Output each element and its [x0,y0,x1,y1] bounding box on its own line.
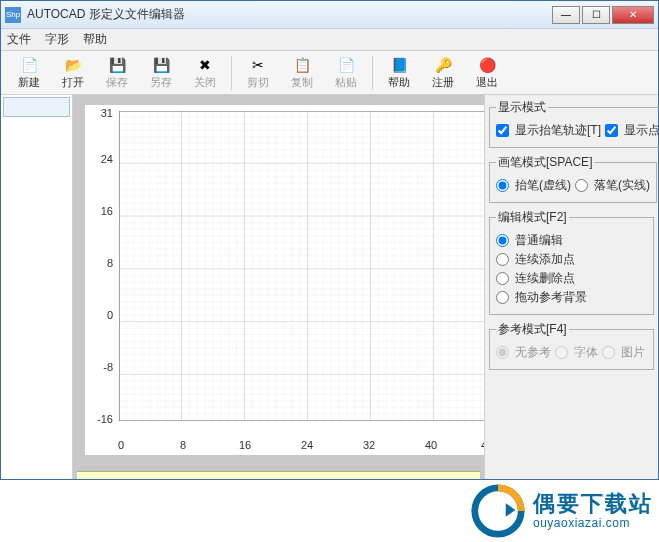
group-legend: 参考模式[F4] [496,321,569,338]
watermark-url: ouyaoxiazai.com [533,517,653,530]
edit-add-label: 连续添加点 [515,251,575,268]
show-points-checkbox[interactable] [605,124,618,137]
y-tick-label: 31 [91,107,113,119]
watermark-brand: 偶要下载站 [533,492,653,516]
separator [372,56,373,90]
show-track-checkbox[interactable] [496,124,509,137]
copy-icon: 📋 [292,56,312,74]
pen-mode-group: 画笔模式[SPACE] 抬笔(虚线) 落笔(实线) [489,154,657,203]
menu-glyph[interactable]: 字形 [45,31,69,48]
list-item[interactable] [3,97,70,117]
display-mode-group: 显示模式 显示抬笔轨迹[T] 显示点[X] [489,99,659,148]
y-tick-label: -16 [91,413,113,425]
paste-button[interactable]: 📄粘贴 [326,53,366,93]
save-icon: 💾 [107,56,127,74]
ref-font-label: 字体 [574,344,598,361]
save-button[interactable]: 💾保存 [97,53,137,93]
toolbar: 📄新建 📂打开 💾保存 💾另存 ✖关闭 ✂剪切 📋复制 📄粘贴 📘帮助 🔑注册 … [1,51,658,95]
cut-button[interactable]: ✂剪切 [238,53,278,93]
x-tick-label: 8 [173,439,193,451]
y-tick-label: 0 [91,309,113,321]
drawing-grid[interactable]: 31 24 16 8 0 -8 -16 0 8 16 24 32 40 47 [85,105,484,455]
edit-mode-group: 编辑模式[F2] 普通编辑 连续添加点 连续删除点 拖动参考背景 [489,209,654,315]
watermark-logo-icon [469,482,527,540]
watermark: 偶要下载站 ouyaoxiazai.com [469,482,653,540]
edit-normal-radio[interactable] [496,234,509,247]
menu-file[interactable]: 文件 [7,31,31,48]
group-legend: 画笔模式[SPACE] [496,154,594,171]
title-bar: Shp AUTOCAD 形定义文件编辑器 — ☐ ✕ [1,1,658,29]
pen-down-label: 落笔(实线) [594,177,650,194]
saveas-icon: 💾 [151,56,171,74]
y-tick-label: 24 [91,153,113,165]
edit-del-radio[interactable] [496,272,509,285]
close-file-icon: ✖ [195,56,215,74]
edit-del-label: 连续删除点 [515,270,575,287]
svg-rect-1 [119,111,484,421]
open-button[interactable]: 📂打开 [53,53,93,93]
y-tick-label: 16 [91,205,113,217]
show-points-label: 显示点[X] [624,122,659,139]
pen-down-radio[interactable] [575,179,588,192]
ref-image-label: 图片 [621,344,645,361]
x-tick-label: 32 [359,439,379,451]
help-button[interactable]: 📘帮助 [379,53,419,93]
pen-up-label: 抬笔(虚线) [515,177,571,194]
y-tick-label: 8 [91,257,113,269]
window-title: AUTOCAD 形定义文件编辑器 [27,6,552,23]
x-tick-label: 0 [111,439,131,451]
edit-normal-label: 普通编辑 [515,232,563,249]
canvas-area: 31 24 16 8 0 -8 -16 0 8 16 24 32 40 47 [73,95,484,479]
reference-mode-group: 参考模式[F4] 无参考 字体 图片 [489,321,654,370]
register-button[interactable]: 🔑注册 [423,53,463,93]
paste-icon: 📄 [336,56,356,74]
y-tick-label: -8 [91,361,113,373]
close-file-button[interactable]: ✖关闭 [185,53,225,93]
edit-drag-label: 拖动参考背景 [515,289,587,306]
menu-help[interactable]: 帮助 [83,31,107,48]
pen-up-radio[interactable] [496,179,509,192]
exit-icon: 🔴 [477,56,497,74]
saveas-button[interactable]: 💾另存 [141,53,181,93]
status-strip [77,471,480,479]
group-legend: 编辑模式[F2] [496,209,569,226]
maximize-button[interactable]: ☐ [582,6,610,24]
app-icon: Shp [5,7,21,23]
edit-add-radio[interactable] [496,253,509,266]
open-folder-icon: 📂 [63,56,83,74]
x-tick-label: 47 [477,439,484,451]
cut-icon: ✂ [248,56,268,74]
ref-none-radio [496,346,509,359]
glyph-list-pane [1,95,73,479]
show-track-label: 显示抬笔轨迹[T] [515,122,601,139]
edit-drag-radio[interactable] [496,291,509,304]
new-button[interactable]: 📄新建 [9,53,49,93]
x-tick-label: 24 [297,439,317,451]
exit-button[interactable]: 🔴退出 [467,53,507,93]
grid-svg [119,111,484,421]
ref-image-radio [602,346,615,359]
x-tick-label: 40 [421,439,441,451]
new-file-icon: 📄 [19,56,39,74]
copy-button[interactable]: 📋复制 [282,53,322,93]
separator [231,56,232,90]
help-icon: 📘 [389,56,409,74]
options-panel: 显示模式 显示抬笔轨迹[T] 显示点[X] 画笔模式[SPACE] 抬笔(虚线)… [484,95,658,479]
minimize-button[interactable]: — [552,6,580,24]
menu-bar: 文件 字形 帮助 [1,29,658,51]
x-tick-label: 16 [235,439,255,451]
register-icon: 🔑 [433,56,453,74]
ref-none-label: 无参考 [515,344,551,361]
group-legend: 显示模式 [496,99,548,116]
ref-font-radio [555,346,568,359]
close-button[interactable]: ✕ [612,6,654,24]
